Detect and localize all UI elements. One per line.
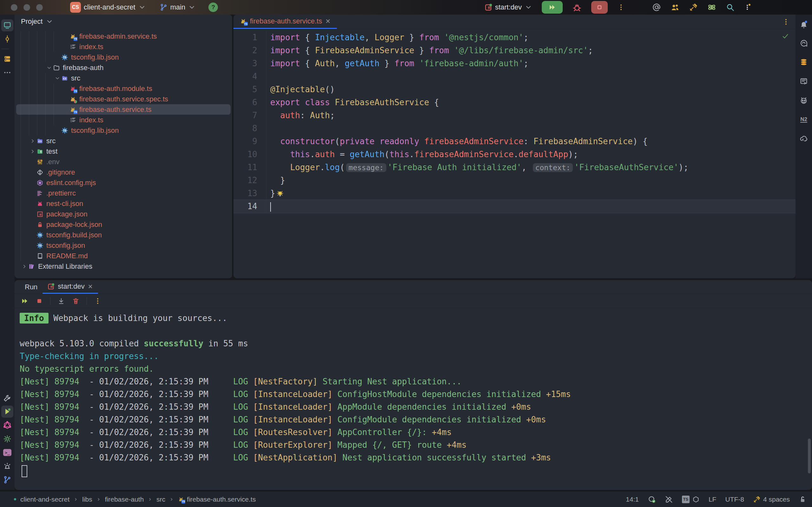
search-everywhere-icon[interactable] <box>726 3 734 12</box>
build-tool-icon[interactable] <box>1 392 13 404</box>
chevron-right-icon[interactable] <box>20 264 28 269</box>
rerun-icon[interactable] <box>21 297 29 305</box>
window-controls[interactable] <box>11 4 43 11</box>
ai-assistant-icon[interactable] <box>798 38 810 49</box>
npm-run-icon <box>485 3 492 11</box>
problems-alarm-icon[interactable] <box>1 460 13 472</box>
inline-completion-off-icon[interactable] <box>665 495 673 504</box>
intention-bulb-icon[interactable] <box>276 190 284 198</box>
code-editor[interactable]: 1import { Injectable, Logger } from '@ne… <box>234 29 796 278</box>
tree-item-nest-cli-json[interactable]: nest-cli.json <box>16 199 231 209</box>
chevron-right-icon[interactable] <box>29 149 37 154</box>
breadcrumb-item[interactable]: src <box>156 496 165 503</box>
tree-item-package-json[interactable]: package.json <box>16 209 231 219</box>
typescript-status[interactable]: TS <box>682 496 700 503</box>
debug-icon[interactable] <box>572 3 582 12</box>
project-panel-header[interactable]: Project <box>14 14 232 29</box>
editor-tab-firebase-auth-service[interactable]: TS firebase-auth.service.ts ✕ <box>234 14 337 29</box>
scroll-to-end-icon[interactable] <box>57 297 65 305</box>
lock-open-icon[interactable] <box>799 496 806 503</box>
tree-item--prettierrc[interactable]: .prettierrc <box>16 188 231 199</box>
services-tool-icon[interactable] <box>1 53 13 65</box>
help-icon[interactable]: ? <box>208 3 218 12</box>
project-tool-icon[interactable] <box>1 19 13 32</box>
tree-item-firebase-auth-service-spec-ts[interactable]: firebase-auth.service.spec.ts <box>16 94 231 104</box>
inspections-ok-icon[interactable] <box>781 32 789 40</box>
ts-badge-icon: TS <box>73 110 78 114</box>
tree-item-eslint-config-mjs[interactable]: eslint.config.mjs <box>16 177 231 188</box>
database-tool-icon[interactable] <box>798 56 810 68</box>
breadcrumb-item[interactable]: libs <box>82 496 92 503</box>
maximize-window-icon[interactable] <box>36 4 43 11</box>
documentation-tool-icon[interactable] <box>798 75 810 88</box>
line-number: 8 <box>234 122 266 135</box>
notifications-bell-icon[interactable] <box>798 18 810 31</box>
commit-tool-icon[interactable] <box>1 33 13 45</box>
encoding-indicator[interactable]: UTF-8 <box>725 496 744 503</box>
chevron-down-icon[interactable] <box>45 65 53 71</box>
nest-yellow-ts-icon: TS <box>69 106 77 113</box>
indent-indicator[interactable]: 4 spaces <box>753 496 790 503</box>
branch-switcher[interactable]: main <box>160 3 196 11</box>
tree-item-index-ts[interactable]: index.ts <box>16 115 231 125</box>
tree-item-index-ts[interactable]: index.ts <box>16 42 231 52</box>
stop-button[interactable] <box>591 1 608 14</box>
more-tool-windows-icon[interactable] <box>1 66 13 78</box>
copilot-status-icon[interactable] <box>648 495 656 504</box>
editor-pane: TS firebase-auth.service.ts ✕ 1import { … <box>234 14 796 278</box>
tree-item-firebase-auth-service-ts[interactable]: TSfirebase-auth.service.ts <box>16 104 231 115</box>
tree-item-tsconfig-lib-json[interactable]: TStsconfig.lib.json <box>16 125 231 135</box>
tree-item-firebase-auth[interactable]: firebase-auth <box>16 62 231 73</box>
atom-icon[interactable] <box>707 3 716 12</box>
stop-icon[interactable] <box>36 297 43 305</box>
breadcrumb-item[interactable]: client-and-secret <box>20 496 69 503</box>
caret-position[interactable]: 14:1 <box>626 496 639 503</box>
run-configuration-selector[interactable]: start:dev <box>485 3 532 11</box>
tree-item--env[interactable]: .env <box>16 157 231 167</box>
minimize-window-icon[interactable] <box>23 4 30 11</box>
run-panel-title[interactable]: Run <box>20 280 43 294</box>
tree-item-src[interactable]: src <box>16 135 231 146</box>
tree-item-firebase-auth-module-ts[interactable]: TSfirebase-auth.module.ts <box>16 83 231 94</box>
graphql-tool-icon[interactable] <box>1 419 13 431</box>
tree-item-readme-md[interactable]: README.md <box>16 250 231 261</box>
chevron-down-icon[interactable] <box>54 75 61 81</box>
main-menu-kebab-icon[interactable] <box>744 3 752 11</box>
tools-icon[interactable] <box>689 3 698 12</box>
git-tool-icon[interactable] <box>1 474 13 486</box>
tree-item-tsconfig-json[interactable]: TStsconfig.json <box>16 240 231 250</box>
ai-plugin-icon[interactable] <box>798 95 810 107</box>
status-bar-right: 14:1 TS LF UTF-8 4 spaces <box>626 495 806 504</box>
tab-options-kebab-icon[interactable] <box>782 18 790 26</box>
run-console[interactable]: Info Webpack is building your sources...… <box>14 308 812 490</box>
project-switcher[interactable]: CS client-and-secret <box>70 2 146 13</box>
run-tool-icon[interactable] <box>1 406 13 418</box>
console-options-kebab-icon[interactable] <box>94 297 101 305</box>
breadcrumb-item[interactable]: TSfirebase-auth.service.ts <box>178 496 256 503</box>
tree-item--gitignore[interactable]: .gitignore <box>16 167 231 177</box>
tree-item-test[interactable]: test <box>16 146 231 157</box>
tree-item-package-lock-json[interactable]: package-lock.json <box>16 219 231 230</box>
close-tab-icon[interactable]: ✕ <box>325 17 331 25</box>
breadcrumb-item[interactable]: firebase-auth <box>105 496 144 503</box>
tree-item-tsconfig-lib-json[interactable]: TStsconfig.lib.json <box>16 52 231 62</box>
close-window-icon[interactable] <box>11 4 17 11</box>
settings-gear-icon[interactable] <box>1 433 13 445</box>
cloud-code-icon[interactable] <box>798 132 810 145</box>
run-tab-start-dev[interactable]: start:dev ✕ <box>43 280 98 294</box>
tree-item-external-libraries[interactable]: External Libraries <box>16 261 231 272</box>
rerun-button[interactable] <box>542 1 563 14</box>
tree-item-tsconfig-build-json[interactable]: TStsconfig.build.json <box>16 230 231 240</box>
line-ending-indicator[interactable]: LF <box>709 496 716 503</box>
mentions-icon[interactable] <box>652 3 661 12</box>
clear-console-icon[interactable] <box>72 297 80 305</box>
console-scrollbar[interactable] <box>808 439 811 473</box>
tree-item-src[interactable]: src <box>16 73 231 83</box>
chevron-right-icon[interactable] <box>29 138 37 144</box>
more-run-options-icon[interactable] <box>617 3 625 11</box>
tree-item-firebase-admin-service-ts[interactable]: TSfirebase-admin.service.ts <box>16 31 231 42</box>
code-with-me-icon[interactable] <box>670 3 679 12</box>
close-run-tab-icon[interactable]: ✕ <box>88 283 93 290</box>
n2-plugin-icon[interactable]: N2 <box>798 113 810 125</box>
terminal-tool-icon[interactable]: >_ <box>1 447 13 458</box>
